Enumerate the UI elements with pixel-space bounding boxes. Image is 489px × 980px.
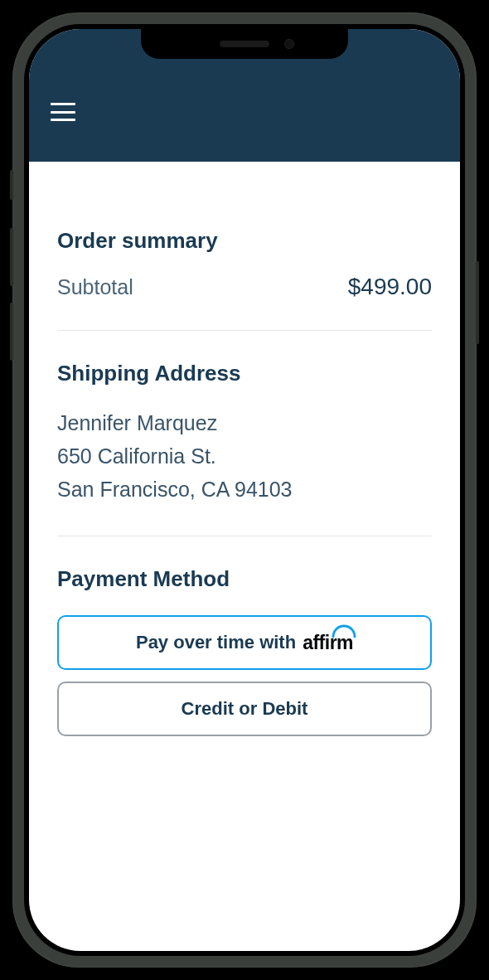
card-button-label: Credit or Debit xyxy=(182,698,308,720)
shipping-section: Shipping Address Jennifer Marquez 650 Ca… xyxy=(57,331,432,536)
shipping-street: 650 California St. xyxy=(57,439,432,473)
phone-camera xyxy=(284,39,294,49)
phone-frame: Order summary Subtotal $499.00 Shipping … xyxy=(12,12,477,968)
phone-volume-up xyxy=(10,228,13,286)
hamburger-menu-icon[interactable] xyxy=(51,103,75,121)
screen: Order summary Subtotal $499.00 Shipping … xyxy=(29,29,460,951)
shipping-name: Jennifer Marquez xyxy=(57,406,432,439)
shipping-city-state-zip: San Francisco, CA 94103 xyxy=(57,473,432,506)
affirm-prefix-text: Pay over time with xyxy=(136,632,296,653)
phone-speaker xyxy=(220,41,269,47)
order-summary-title: Order summary xyxy=(57,228,432,254)
order-summary-section: Order summary Subtotal $499.00 xyxy=(57,162,432,331)
pay-with-affirm-button[interactable]: Pay over time with affirm xyxy=(57,615,432,670)
subtotal-row: Subtotal $499.00 xyxy=(57,274,432,300)
subtotal-value: $499.00 xyxy=(348,274,432,300)
shipping-title: Shipping Address xyxy=(57,361,432,386)
phone-power-button xyxy=(476,261,479,344)
pay-with-card-button[interactable]: Credit or Debit xyxy=(57,682,432,736)
phone-volume-down xyxy=(10,303,13,361)
affirm-logo: affirm xyxy=(303,632,353,654)
phone-bezel: Order summary Subtotal $499.00 Shipping … xyxy=(24,24,465,956)
phone-mute-switch xyxy=(10,170,13,200)
payment-section: Payment Method Pay over time with affirm… xyxy=(57,536,432,766)
phone-notch xyxy=(141,29,348,59)
payment-title: Payment Method xyxy=(57,566,432,592)
subtotal-label: Subtotal xyxy=(57,275,133,299)
checkout-content: Order summary Subtotal $499.00 Shipping … xyxy=(29,162,460,766)
affirm-arc-icon xyxy=(332,623,356,638)
